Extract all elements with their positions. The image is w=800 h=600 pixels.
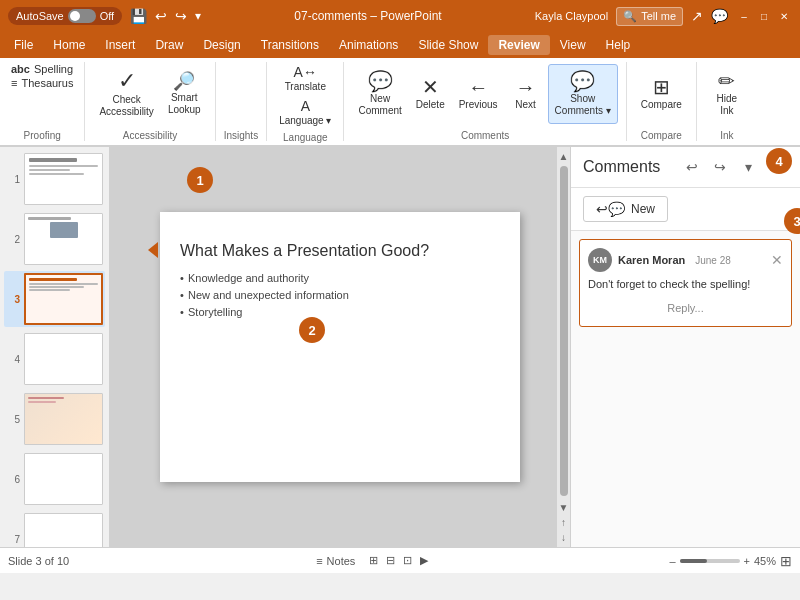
vertical-scrollbar[interactable]: ▲ ▼ ↑ ↓ [556, 147, 570, 547]
scroll-thumb[interactable] [560, 166, 568, 496]
autosave-label: AutoSave [16, 10, 64, 22]
ribbon-group-language: A↔ Translate A Language ▾ Language [267, 62, 344, 141]
slide-title: What Makes a Presentation Good? [180, 242, 500, 260]
check-accessibility-button[interactable]: ✓ CheckAccessibility [93, 64, 159, 124]
menu-view[interactable]: View [550, 35, 596, 55]
autosave-badge[interactable]: AutoSave Off [8, 7, 122, 25]
view-slideshow-icon[interactable]: ▶ [420, 554, 428, 567]
language-button[interactable]: A Language ▾ [275, 96, 335, 128]
comment-card-header: KM Karen Moran June 28 ✕ [588, 248, 783, 272]
save-icon[interactable]: 💾 [130, 8, 147, 24]
window-controls: – □ ✕ [736, 8, 792, 24]
slide-thumb-3[interactable]: 3 [4, 271, 105, 327]
autosave-toggle[interactable] [68, 9, 96, 23]
show-comments-icon: 💬 [570, 71, 595, 91]
zoom-plus-button[interactable]: + [744, 555, 750, 567]
zoom-minus-button[interactable]: – [669, 555, 675, 567]
comments-panel-chevron[interactable]: ▾ [736, 155, 760, 179]
comments-icon[interactable]: 💬 [711, 8, 728, 24]
slide-thumb-4[interactable]: 4 [4, 331, 105, 387]
title-bar-right: Kayla Claypool 🔍 Tell me ↗ 💬 – □ ✕ [535, 7, 792, 26]
zoom-slider[interactable] [680, 559, 740, 563]
hide-ink-label: HideInk [717, 93, 738, 117]
scroll-down-arrow[interactable]: ▼ [557, 500, 570, 515]
menu-slideshow[interactable]: Slide Show [408, 35, 488, 55]
redo-icon[interactable]: ↪ [175, 8, 187, 24]
minimize-button[interactable]: – [736, 8, 752, 24]
hide-ink-icon: ✏ [718, 71, 735, 91]
slide-thumb-1[interactable]: 1 [4, 151, 105, 207]
menu-transitions[interactable]: Transitions [251, 35, 329, 55]
compare-icon: ⊞ [653, 77, 670, 97]
comments-forward-button[interactable]: ↪ [708, 155, 732, 179]
previous-comment-button[interactable]: ← Previous [453, 64, 504, 124]
menu-home[interactable]: Home [43, 35, 95, 55]
compare-button[interactable]: ⊞ Compare [635, 64, 688, 124]
view-reading-icon[interactable]: ⊡ [403, 554, 412, 567]
slide-thumb-6[interactable]: 6 [4, 451, 105, 507]
menu-review[interactable]: Review [488, 35, 549, 55]
menu-insert[interactable]: Insert [95, 35, 145, 55]
notes-button[interactable]: ≡ Notes [310, 553, 361, 569]
comments-panel: Comments ↩ ↪ ▾ ✕ 3 ↩💬 New [570, 147, 800, 547]
slide-thumb-7[interactable]: 7 [4, 511, 105, 547]
delete-comment-button[interactable]: ✕ Delete [410, 64, 451, 124]
maximize-button[interactable]: □ [756, 8, 772, 24]
accessibility-group-label: Accessibility [123, 126, 177, 141]
show-comments-button[interactable]: 💬 ShowComments ▾ [548, 64, 618, 124]
zoom-control: – + 45% ⊞ [669, 553, 792, 569]
translate-label: Translate [285, 81, 326, 92]
scroll-up-arrow[interactable]: ▲ [557, 149, 570, 164]
view-normal-icon[interactable]: ⊞ [369, 554, 378, 567]
menu-design[interactable]: Design [193, 35, 250, 55]
canvas-area: 1 2 What Makes a Presentation Good? Know… [110, 147, 570, 547]
comments-back-button[interactable]: ↩ [680, 155, 704, 179]
slide-thumb-5[interactable]: 5 [4, 391, 105, 447]
slide-3-preview [24, 273, 103, 325]
status-bar-center: ≡ Notes ⊞ ⊟ ⊡ ▶ [310, 553, 428, 569]
next-comment-button[interactable]: → Next [506, 64, 546, 124]
autosave-state: Off [100, 10, 114, 22]
smart-lookup-button[interactable]: 🔎 SmartLookup [162, 64, 207, 124]
menu-help[interactable]: Help [596, 35, 641, 55]
search-bar[interactable]: 🔍 Tell me [616, 7, 683, 26]
fit-to-window-icon[interactable]: ⊞ [780, 553, 792, 569]
translate-button[interactable]: A↔ Translate [281, 62, 330, 94]
menu-file[interactable]: File [4, 35, 43, 55]
thesaurus-button[interactable]: ≡ Thesaurus [8, 76, 76, 90]
ribbon: abc Spelling ≡ Thesaurus Proofing ✓ Chec… [0, 58, 800, 147]
close-button[interactable]: ✕ [776, 8, 792, 24]
comment-card-1: KM Karen Moran June 28 ✕ Don't forget to… [579, 239, 792, 327]
smart-lookup-icon: 🔎 [173, 72, 195, 90]
menu-animations[interactable]: Animations [329, 35, 408, 55]
menu-draw[interactable]: Draw [145, 35, 193, 55]
slide-area-wrapper: What Makes a Presentation Good? Knowledg… [160, 212, 520, 482]
slide-5-preview [24, 393, 103, 445]
undo-icon[interactable]: ↩ [155, 8, 167, 24]
scroll-prev-page[interactable]: ↑ [559, 515, 568, 530]
insights-group-label: Insights [224, 126, 258, 141]
title-bar-left: AutoSave Off 💾 ↩ ↪ ▾ [8, 7, 201, 25]
comment-initials: KM [593, 255, 607, 265]
slide-thumb-2[interactable]: 2 [4, 211, 105, 267]
compare-buttons: ⊞ Compare [635, 62, 688, 126]
comment-close-button[interactable]: ✕ [771, 252, 783, 268]
next-label: Next [515, 99, 536, 111]
translate-icon: A↔ [294, 64, 317, 80]
previous-label: Previous [459, 99, 498, 111]
zoom-percent: 45% [754, 555, 776, 567]
search-icon: 🔍 [623, 10, 637, 23]
new-comment-panel-button[interactable]: ↩💬 New [583, 196, 668, 222]
check-accessibility-label: CheckAccessibility [99, 94, 153, 118]
notes-icon: ≡ [316, 555, 322, 567]
hide-ink-button[interactable]: ✏ HideInk [707, 64, 747, 124]
spelling-button[interactable]: abc Spelling [8, 62, 76, 76]
view-grid-icon[interactable]: ⊟ [386, 554, 395, 567]
comments-header: Comments ↩ ↪ ▾ ✕ [571, 147, 800, 188]
comment-reply-button[interactable]: Reply... [588, 298, 783, 318]
new-comment-button[interactable]: 💬 NewComment [352, 64, 407, 124]
share-icon[interactable]: ↗ [691, 8, 703, 24]
ribbon-group-compare: ⊞ Compare Compare [627, 62, 697, 141]
scroll-next-page[interactable]: ↓ [559, 530, 568, 545]
ribbon-group-accessibility: ✓ CheckAccessibility 🔎 SmartLookup Acces… [85, 62, 215, 141]
